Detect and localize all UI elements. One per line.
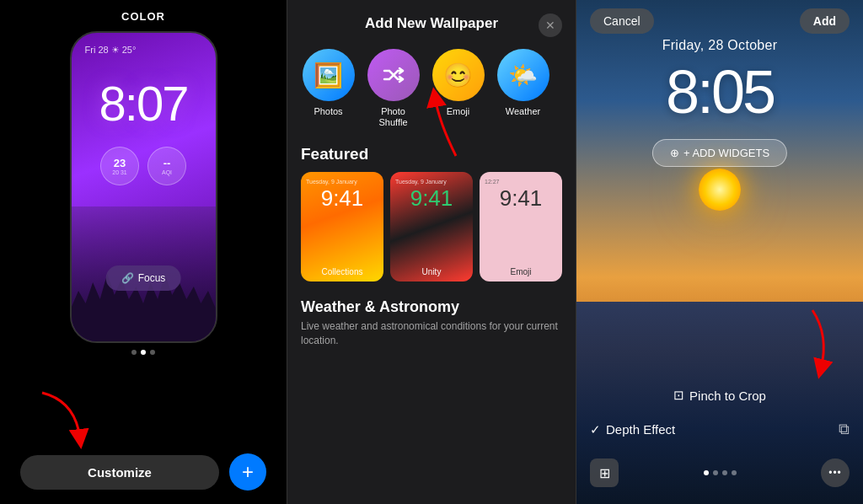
customize-button[interactable]: Customize <box>20 455 219 490</box>
phone-widget-aqi: -- AQI <box>147 147 186 185</box>
featured-time-2: Tuesday, 9 January <box>395 179 447 185</box>
featured-collections[interactable]: Tuesday, 9 January 9:41 Collections <box>301 172 383 281</box>
phone-preview: Fri 28 ☀ 25° 8:07 23 20 31 -- AQI 🔗 Focu… <box>70 31 217 343</box>
wallpaper-type-list: 🖼️ Photos PhotoShuffle 😊 Emoji <box>287 42 576 142</box>
bottom-dot-4 <box>732 470 737 475</box>
cancel-button[interactable]: Cancel <box>590 8 654 34</box>
phone-status-bar: Fri 28 ☀ 25° <box>85 45 202 56</box>
widget-sub-1: 20 31 <box>112 169 127 175</box>
dot-3 <box>150 350 155 355</box>
depth-effect-label: Depth Effect <box>606 422 675 437</box>
bottom-dot-3 <box>722 470 727 475</box>
depth-effect-row: ✓ Depth Effect ⧉ <box>590 421 850 438</box>
phone-time-display: 8:07 <box>72 75 216 131</box>
featured-clock-3: 9:41 <box>480 185 562 212</box>
panel-color: COLOR Fri 28 ☀ 25° 8:07 23 20 31 -- AQI … <box>0 0 287 504</box>
panel-wallpaper-preview: Cancel Add Friday, 28 October 8:05 ⊕ + A… <box>576 0 863 504</box>
featured-time-1: Tuesday, 9 January <box>306 179 357 185</box>
featured-label-3: Emoji <box>480 267 562 276</box>
sun-element <box>699 169 741 211</box>
wallpaper-type-emoji[interactable]: 😊 Emoji <box>431 49 485 128</box>
weather-icon: 🌤️ <box>508 62 538 89</box>
widget-sub-2: AQI <box>162 169 172 175</box>
featured-grid: Tuesday, 9 January 9:41 Collections Tues… <box>287 172 576 292</box>
photos-icon-circle: 🖼️ <box>303 49 355 101</box>
wallpaper-type-photos[interactable]: 🖼️ Photos <box>301 49 356 128</box>
phone-date-small: Fri 28 ☀ 25° <box>85 45 137 56</box>
add-widgets-button[interactable]: ⊕ + ADD WIDGETS <box>652 139 787 167</box>
dot-1 <box>131 350 137 355</box>
featured-clock-1: 9:41 <box>301 185 383 212</box>
bottom-dot-1 <box>704 470 709 475</box>
panel3-top-bar: Cancel Add <box>576 0 863 42</box>
pinch-label: Pinch to Crop <box>689 389 766 403</box>
add-wallpaper-button[interactable]: + <box>229 453 266 491</box>
weather-description: Live weather and astronomical conditions… <box>301 319 562 348</box>
phone-widget-row: 23 20 31 -- AQI <box>72 147 216 185</box>
add-button[interactable]: Add <box>800 8 850 34</box>
featured-clock-2: 9:41 <box>390 185 473 212</box>
panel1-title: COLOR <box>121 10 165 23</box>
focus-label: Focus <box>138 272 166 284</box>
lockscreen-date: Friday, 28 October <box>576 38 863 53</box>
wallpaper-type-weather[interactable]: 🌤️ Weather <box>496 49 550 128</box>
lockscreen-time: 8:05 <box>576 57 863 126</box>
featured-label-1: Collections <box>301 267 383 276</box>
phone-widget-calendar: 23 20 31 <box>100 147 139 185</box>
gallery-button[interactable]: ⊞ <box>590 458 619 487</box>
modal-close-button[interactable]: ✕ <box>539 13 562 37</box>
pinch-to-crop-hint: ⊡ Pinch to Crop <box>576 388 863 403</box>
weather-label: Weather <box>506 106 540 117</box>
photos-icon: 🖼️ <box>314 62 343 89</box>
shuffle-icon <box>381 62 406 88</box>
crop-icon: ⊡ <box>673 388 684 403</box>
widget-value-2: -- <box>163 157 171 169</box>
bottom-dot-2 <box>713 470 718 475</box>
featured-label-2: Unity <box>390 267 473 276</box>
more-options-button[interactable]: ••• <box>821 458 850 487</box>
emoji-icon: 😊 <box>443 62 473 89</box>
add-widgets-label: + ADD WIDGETS <box>683 147 769 159</box>
layers-icon: ⧉ <box>839 421 850 438</box>
phone-focus-button[interactable]: 🔗 Focus <box>106 265 181 291</box>
page-dots <box>704 470 737 475</box>
panel3-bottom-bar: ⊞ ••• <box>576 458 863 487</box>
gallery-icon: ⊞ <box>599 465 610 481</box>
checkmark-icon: ✓ <box>590 422 601 437</box>
modal-header: Add New Wallpaper ✕ <box>287 0 576 42</box>
weather-astronomy-section: Weather & Astronomy Live weather and ast… <box>287 292 576 355</box>
featured-time-3: 12:27 <box>485 179 500 185</box>
dot-2 <box>141 350 146 355</box>
weather-section-title: Weather & Astronomy <box>301 298 562 316</box>
panel-add-wallpaper: Add New Wallpaper ✕ 🖼️ Photos PhotoShuff… <box>287 0 576 504</box>
modal-title: Add New Wallpaper <box>365 15 498 32</box>
shuffle-label: PhotoShuffle <box>378 106 407 128</box>
ellipsis-icon: ••• <box>828 467 842 479</box>
panel1-bottom-bar: Customize + <box>0 453 287 491</box>
focus-link-icon: 🔗 <box>121 272 134 284</box>
featured-emoji-wallpaper[interactable]: 12:27 9:41 Emoji <box>480 172 562 281</box>
featured-unity[interactable]: Tuesday, 9 January 9:41 Unity <box>390 172 473 281</box>
shuffle-icon-circle <box>367 49 420 101</box>
depth-effect-toggle[interactable]: ✓ Depth Effect <box>590 422 675 437</box>
red-arrow-1 <box>25 384 93 452</box>
emoji-label: Emoji <box>447 106 470 117</box>
page-indicator <box>131 350 155 355</box>
emoji-icon-circle: 😊 <box>432 49 485 101</box>
featured-section-title: Featured <box>287 142 576 172</box>
wallpaper-type-photo-shuffle[interactable]: PhotoShuffle <box>366 49 421 128</box>
photos-label: Photos <box>314 106 342 117</box>
weather-icon-circle: 🌤️ <box>497 49 549 101</box>
plus-circle-icon: ⊕ <box>670 147 679 159</box>
widget-value-1: 23 <box>114 157 126 169</box>
